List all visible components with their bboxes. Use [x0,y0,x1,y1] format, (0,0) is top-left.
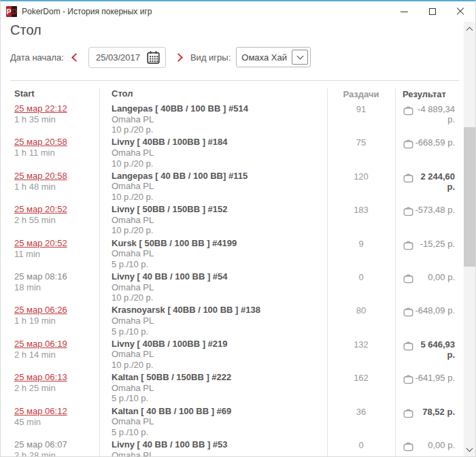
date-input-group[interactable] [88,47,166,68]
window-title: PokerDom - История покерных игр [22,7,152,16]
chevron-down-icon [296,53,303,60]
row-date[interactable]: 25 мар 22:12 [14,103,67,114]
row-date[interactable]: 25 мар 06:12 [14,406,67,416]
close-button[interactable] [446,1,474,22]
table-cell: Kaltan [ 40 BB / 100 BB ] #69 Omaha PL 5… [99,406,327,439]
scrollbar-thumb[interactable] [464,127,475,267]
row-duration: 1 h 11 min [14,148,55,158]
table-cell: Krasnoyarsk [ 40BB / 100 BB ] #138 Omaha… [99,305,327,338]
previous-date-button[interactable] [71,53,80,62]
stakes: 5 р./10 р. [112,393,148,403]
table-cell: Livny [ 40 BB / 100 BB ] #54 Omaha PL 10… [99,271,327,305]
hands-cell: 9 [327,238,395,271]
purse-icon [403,307,413,317]
result-value: 0,00 р. [413,440,464,450]
table-row: 25 мар 20:52 11 min Kursk [ 50BB / 100 B… [1,238,464,271]
start-cell: 25 мар 20:52 2 h 55 min [1,204,99,237]
page-title: Стол [10,22,41,38]
minimize-icon [401,12,408,12]
result-cell: -641,95 р. [395,372,464,405]
game-variant: Omaha PL [112,383,154,393]
close-icon [456,7,464,16]
stakes: 5 р./10 р. [112,427,148,437]
logo-letter-p: P [6,6,12,17]
row-date[interactable]: 25 мар 08:16 [14,271,67,282]
row-date[interactable]: 25 мар 20:52 [14,204,67,214]
game-type-value: Омаха Хай [241,52,287,63]
chevron-down-icon [466,445,473,452]
table-body: 25 мар 22:12 1 h 35 min Langepas [ 40BB … [1,103,464,456]
purse-icon [403,441,413,452]
column-divider [395,88,396,456]
maximize-button[interactable] [418,1,446,22]
row-date[interactable]: 25 мар 06:07 [14,439,67,450]
row-duration: 2 h 55 min [14,215,56,225]
row-date[interactable]: 25 мар 06:13 [14,372,67,382]
stakes: 10 р./20 р. [112,158,153,169]
row-duration: 1 h 35 min [14,114,56,124]
start-cell: 25 мар 22:12 1 h 35 min [1,103,99,137]
table-row: 25 мар 06:12 45 min Kaltan [ 40 BB / 100… [1,406,464,439]
start-cell: 25 мар 06:13 2 h 25 min [1,372,99,405]
result-cell: 5 646,93 р. [395,339,464,372]
row-date[interactable]: 25 мар 06:26 [14,305,67,315]
stakes: 10 р./20 р. [112,225,153,235]
next-date-button[interactable] [174,53,183,62]
purse-icon [403,173,413,183]
hands-cell: 183 [327,204,395,237]
row-date[interactable]: 25 мар 20:58 [14,137,67,147]
row-date[interactable]: 25 мар 06:19 [14,339,67,349]
result-cell: -668,59 р. [395,137,464,170]
game-variant: Omaha PL [112,416,154,426]
table-row: 25 мар 06:26 1 h 19 min Krasnoyarsk [ 40… [1,305,464,338]
table-cell: Kursk [ 50BB / 100 BB ] #4199 Omaha PL 5… [99,238,327,271]
vertical-scrollbar[interactable] [464,22,475,456]
scroll-up-button[interactable] [464,23,475,35]
hands-cell: 0 [327,439,395,456]
row-duration: 11 min [14,249,40,259]
calendar-icon[interactable] [146,50,160,65]
table-name: Kursk [ 50BB / 100 BB ] #4199 [112,238,237,248]
table-cell: Livny [ 50BB / 150BB ] #152 Omaha PL 10 … [99,204,327,237]
table-name: Kaltan [ 40 BB / 100 BB ] #69 [112,406,231,416]
game-variant: Omaha PL [112,148,154,158]
table-name: Livny [ 40 BB / 100 BB ] #53 [112,439,228,450]
game-type-label: Вид игры: [190,52,231,63]
hands-cell: 162 [327,372,395,405]
game-variant: Omaha PL [112,215,154,225]
table-header-row: Start Стол Раздачи Результат [1,88,464,103]
scroll-down-button[interactable] [464,443,475,456]
select-dropdown-button[interactable] [292,50,308,65]
filter-bar: Дата начала: Вид игры: Омаха Хай [10,46,311,68]
table-row: 25 мар 06:19 2 h 14 min Livny [ 40BB / 1… [1,339,464,372]
table-cell: Langepas [ 40 BB / 100 BB] #115 Omaha PL… [99,171,327,204]
table-cell: Livny [ 40 BB / 100 BB ] #53 Omaha PL [99,439,327,456]
pokerdom-logo-icon: P D [6,6,17,17]
minimize-button[interactable] [390,1,418,22]
table-row: 25 мар 06:13 2 h 25 min Kaltan [ 50BB / … [1,372,464,405]
result-cell: 2 244,60 р. [395,171,464,204]
date-input[interactable] [96,52,145,63]
row-date[interactable]: 25 мар 20:58 [14,171,67,181]
table-row: 25 мар 20:52 2 h 55 min Livny [ 50BB / 1… [1,204,464,237]
result-cell: 0,00 р. [395,439,464,456]
game-variant: Omaha PL [112,114,154,124]
window-controls [390,1,474,22]
game-variant: Omaha PL [112,282,154,292]
game-variant: Omaha PL [112,248,154,258]
row-date[interactable]: 25 мар 20:52 [14,238,67,248]
result-cell: -15,25 р. [395,238,464,271]
table-name: Langepas [ 40 BB / 100 BB] #115 [112,171,248,181]
section-divider [10,80,459,81]
result-value: -15,25 р. [413,239,464,249]
game-type-select[interactable]: Омаха Хай [236,47,311,67]
stakes: 10 р./20 р. [112,292,153,303]
table-row: 25 мар 08:16 18 min Livny [ 40 BB / 100 … [1,271,464,305]
game-variant: Omaha PL [112,450,154,457]
result-value: -641,95 р. [413,373,464,383]
table-cell: Livny [ 40BB / 100BB ] #219 Omaha PL 10 … [99,339,327,372]
purse-icon [403,105,413,116]
stakes: 10 р./20 р. [112,360,153,370]
result-cell: -573,48 р. [395,204,464,237]
table-name: Livny [ 40BB / 100BB ] #184 [112,137,228,147]
